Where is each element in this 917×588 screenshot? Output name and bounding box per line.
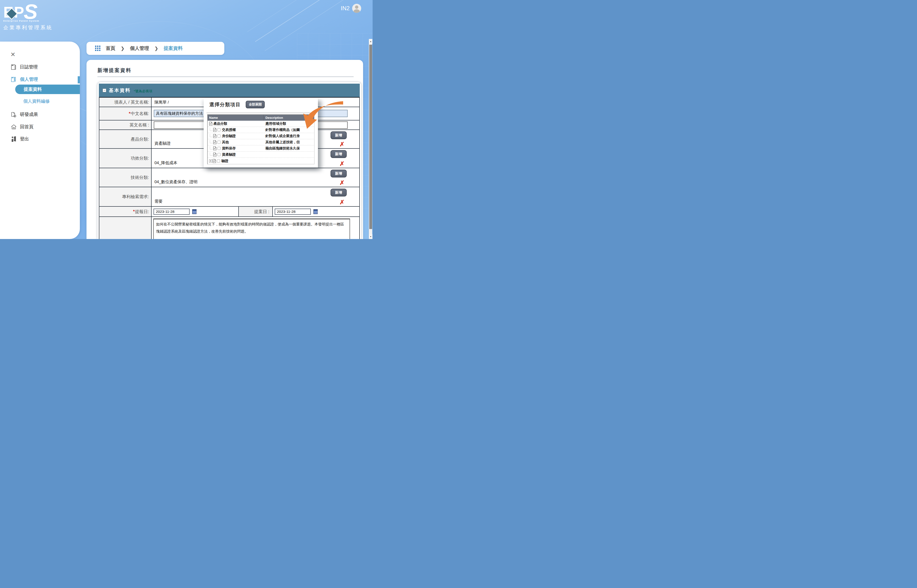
checkbox[interactable]: [217, 147, 220, 150]
calendar-icon[interactable]: [192, 209, 197, 214]
bg-streak: [265, 0, 351, 51]
purpose-textarea[interactable]: 如何在不公開營業秘密檔案的情況下，能夠有效地對檔案的時間的做認證，便成為一個重要…: [153, 218, 350, 239]
tree-node-description: 藉由區塊鏈技術永久保: [264, 146, 314, 150]
sidebar-item-journal[interactable]: 日誌管理: [0, 63, 38, 71]
column-header-description: Description: [264, 115, 314, 121]
journal-icon: [11, 64, 16, 70]
tree-connector: [210, 152, 212, 156]
tree-row[interactable]: 交易授權 針對著作權商品（如圖: [208, 127, 314, 133]
product-class-selected: 資產驗證: [154, 141, 171, 146]
sidebar-item-profile-edit[interactable]: 個人資料編修: [0, 97, 50, 105]
sidebar-item-label: 回首頁: [20, 124, 34, 130]
tree-node-label: 交易授權: [222, 128, 236, 132]
checkbox[interactable]: [217, 153, 220, 156]
effect-class-delete-icon[interactable]: ✗: [339, 161, 344, 167]
sidebar-item-label: 個人資料編修: [23, 98, 50, 104]
checkbox[interactable]: [217, 160, 220, 163]
required-asterisk: *: [129, 111, 131, 116]
scroll-up-button[interactable]: ▲: [369, 39, 372, 44]
tree-connector: [210, 128, 212, 131]
form-row-purpose: 創作目的 : 如何在不公開營業秘密檔案的情況下，能夠有效地對檔案的時間的做認證，…: [99, 217, 359, 239]
document-icon: [213, 128, 217, 132]
sidebar: ✕ 日誌管理 個人管理 提案資料 個人資料編修 研發成果: [0, 42, 80, 239]
popup-title: 選擇分類項目: [209, 102, 241, 108]
checkbox[interactable]: [217, 141, 220, 144]
vertical-scrollbar[interactable]: ▲ ▼: [369, 39, 372, 239]
patent-search-add-button[interactable]: 新增: [330, 189, 347, 197]
chevron-right-icon: ❯: [121, 45, 125, 51]
column-header-name: Name: [208, 115, 264, 121]
proposal-date-label: 提案日 :: [239, 207, 273, 216]
sidebar-item-logout[interactable]: 登出: [0, 135, 29, 143]
tech-class-add-button[interactable]: 新增: [330, 170, 347, 178]
sidebar-item-home[interactable]: 回首頁: [0, 123, 34, 131]
tree-row[interactable]: 身份驗證 針對個人或企業進行身: [208, 133, 314, 139]
tech-class-delete-icon[interactable]: ✗: [339, 179, 344, 186]
purpose-label: 創作目的 :: [99, 217, 152, 239]
required-note: *號為必填項: [134, 89, 152, 94]
tree-node-label: 身份驗證: [222, 134, 236, 138]
avatar-person-icon: [355, 5, 358, 9]
home-icon: [11, 124, 17, 130]
notebook-pencil-icon: [11, 76, 17, 82]
english-name-label: 英文名稱 :: [99, 120, 152, 129]
tree-row-root[interactable]: 產品分類 應用領域分類: [208, 121, 314, 127]
avatar-person-icon: [354, 9, 360, 13]
sidebar-item-label: 研發成果: [20, 111, 38, 118]
tree-node-description: 應用領域分類: [264, 121, 314, 126]
tree-row[interactable]: 資料保存 藉由區塊鏈技術永久保: [208, 145, 314, 152]
checkbox[interactable]: [217, 128, 220, 131]
patent-search-delete-icon[interactable]: ✗: [339, 199, 344, 205]
expand-node-icon[interactable]: +: [209, 160, 212, 163]
scroll-down-button[interactable]: ▼: [369, 234, 372, 239]
product-class-label: 產品分類:: [99, 130, 152, 148]
bg-streak: [247, 0, 323, 32]
report-date-input[interactable]: [154, 208, 190, 215]
scrollbar-thumb[interactable]: [369, 45, 372, 229]
sidebar-item-proposal-active[interactable]: 提案資料: [15, 85, 80, 94]
title-divider: [97, 76, 354, 77]
logo-subtitle: Enterprise Patent System: [3, 19, 53, 22]
document-icon: [213, 140, 217, 144]
document-icon: [213, 146, 217, 150]
breadcrumb-proposal[interactable]: 提案資料: [164, 45, 183, 52]
bg-streak: [255, 0, 339, 42]
product-class-add-button[interactable]: 新增: [330, 131, 347, 139]
category-picker-popup: 選擇分類項目 全部展開 Name Description 產品分類 應用領域分類: [204, 98, 318, 168]
tree-row[interactable]: 資產驗證: [208, 152, 314, 158]
proposal-date-input[interactable]: [275, 208, 311, 215]
collapse-icon[interactable]: −: [103, 89, 106, 92]
effect-class-add-button[interactable]: 新增: [330, 150, 347, 158]
required-asterisk: *: [133, 209, 135, 214]
tree-node-label: 資產驗證: [222, 152, 236, 157]
sidebar-close-icon[interactable]: ✕: [10, 51, 15, 58]
effect-class-label: 功效分類:: [99, 149, 152, 168]
panel-header: − 基本資料 *號為必填項: [99, 84, 360, 97]
product-class-delete-icon[interactable]: ✗: [339, 141, 344, 147]
filler-label: 填表人 / 英文名稱:: [99, 98, 152, 107]
avatar[interactable]: [352, 4, 361, 13]
sidebar-item-label: 個人管理: [20, 76, 38, 82]
tree-node-description: 其他非屬上述技術，但: [264, 140, 314, 144]
page-title: 新增提案資料: [97, 67, 132, 74]
sidebar-item-rnd-results[interactable]: 研發成果: [0, 110, 38, 118]
user-menu[interactable]: IN2: [341, 4, 361, 13]
tree-connector: [210, 146, 212, 149]
tree-row[interactable]: 其他 其他非屬上述技術，但: [208, 139, 314, 145]
sidebar-item-label: 提案資料: [24, 86, 42, 92]
breadcrumb-home[interactable]: 首頁: [106, 45, 115, 52]
app-window: E P S Enterprise Patent System 企業專利管理系統 …: [0, 0, 373, 239]
checkbox[interactable]: [217, 134, 220, 137]
chevron-right-icon: ❯: [154, 45, 158, 51]
calendar-icon[interactable]: [314, 209, 318, 214]
tree-row[interactable]: + 驗證: [208, 158, 314, 164]
expand-all-button[interactable]: 全部展開: [246, 101, 265, 108]
table-header: Name Description: [208, 115, 314, 121]
panel-title: 基本資料: [109, 87, 131, 94]
breadcrumb-personal[interactable]: 個人管理: [130, 45, 149, 52]
document-icon: [213, 152, 217, 157]
sidebar-item-label: 日誌管理: [20, 64, 38, 70]
tree-node-label: 資料保存: [222, 146, 236, 150]
form-row-patent-search: 專利檢索需求: 需要 新增 ✗: [99, 187, 359, 207]
sidebar-item-personal[interactable]: 個人管理: [0, 75, 38, 83]
